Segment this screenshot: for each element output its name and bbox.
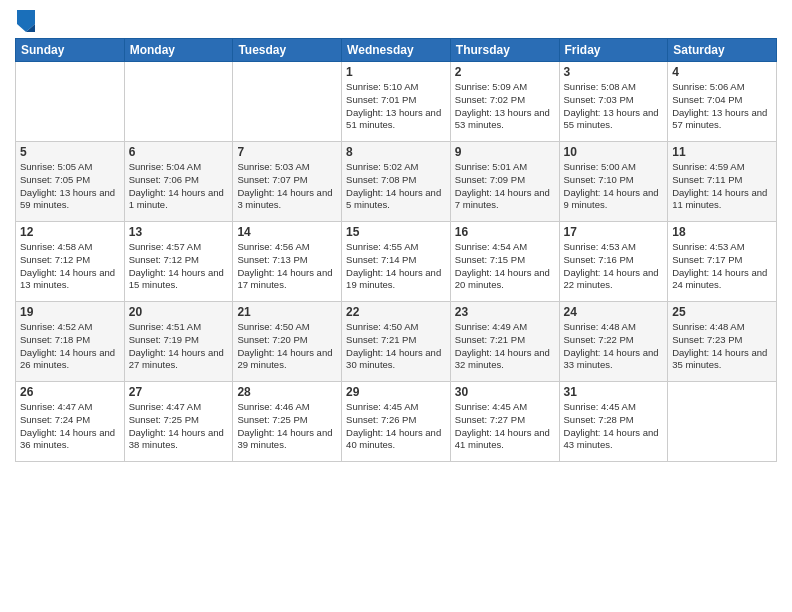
calendar-cell: 13Sunrise: 4:57 AM Sunset: 7:12 PM Dayli… (124, 222, 233, 302)
day-number: 27 (129, 385, 229, 399)
day-number: 23 (455, 305, 555, 319)
calendar-cell: 23Sunrise: 4:49 AM Sunset: 7:21 PM Dayli… (450, 302, 559, 382)
day-info: Sunrise: 4:51 AM Sunset: 7:19 PM Dayligh… (129, 321, 229, 372)
day-info: Sunrise: 5:10 AM Sunset: 7:01 PM Dayligh… (346, 81, 446, 132)
day-number: 9 (455, 145, 555, 159)
calendar-cell: 14Sunrise: 4:56 AM Sunset: 7:13 PM Dayli… (233, 222, 342, 302)
day-number: 31 (564, 385, 664, 399)
calendar-cell: 16Sunrise: 4:54 AM Sunset: 7:15 PM Dayli… (450, 222, 559, 302)
day-number: 2 (455, 65, 555, 79)
calendar-cell: 12Sunrise: 4:58 AM Sunset: 7:12 PM Dayli… (16, 222, 125, 302)
calendar-cell: 7Sunrise: 5:03 AM Sunset: 7:07 PM Daylig… (233, 142, 342, 222)
day-number: 14 (237, 225, 337, 239)
day-number: 12 (20, 225, 120, 239)
day-number: 24 (564, 305, 664, 319)
calendar-week-row: 19Sunrise: 4:52 AM Sunset: 7:18 PM Dayli… (16, 302, 777, 382)
day-number: 4 (672, 65, 772, 79)
weekday-header: Tuesday (233, 39, 342, 62)
day-number: 20 (129, 305, 229, 319)
calendar-cell: 19Sunrise: 4:52 AM Sunset: 7:18 PM Dayli… (16, 302, 125, 382)
day-number: 13 (129, 225, 229, 239)
day-number: 1 (346, 65, 446, 79)
calendar-cell: 30Sunrise: 4:45 AM Sunset: 7:27 PM Dayli… (450, 382, 559, 462)
day-info: Sunrise: 5:01 AM Sunset: 7:09 PM Dayligh… (455, 161, 555, 212)
calendar-cell: 28Sunrise: 4:46 AM Sunset: 7:25 PM Dayli… (233, 382, 342, 462)
calendar-cell: 27Sunrise: 4:47 AM Sunset: 7:25 PM Dayli… (124, 382, 233, 462)
weekday-header: Sunday (16, 39, 125, 62)
page: SundayMondayTuesdayWednesdayThursdayFrid… (0, 0, 792, 612)
day-info: Sunrise: 5:04 AM Sunset: 7:06 PM Dayligh… (129, 161, 229, 212)
day-info: Sunrise: 4:45 AM Sunset: 7:27 PM Dayligh… (455, 401, 555, 452)
day-info: Sunrise: 4:55 AM Sunset: 7:14 PM Dayligh… (346, 241, 446, 292)
calendar-cell: 2Sunrise: 5:09 AM Sunset: 7:02 PM Daylig… (450, 62, 559, 142)
calendar-cell: 20Sunrise: 4:51 AM Sunset: 7:19 PM Dayli… (124, 302, 233, 382)
day-info: Sunrise: 5:02 AM Sunset: 7:08 PM Dayligh… (346, 161, 446, 212)
calendar-cell (124, 62, 233, 142)
day-info: Sunrise: 5:06 AM Sunset: 7:04 PM Dayligh… (672, 81, 772, 132)
day-number: 3 (564, 65, 664, 79)
calendar-table: SundayMondayTuesdayWednesdayThursdayFrid… (15, 38, 777, 462)
day-number: 21 (237, 305, 337, 319)
day-number: 7 (237, 145, 337, 159)
day-info: Sunrise: 4:52 AM Sunset: 7:18 PM Dayligh… (20, 321, 120, 372)
day-number: 8 (346, 145, 446, 159)
calendar-cell: 29Sunrise: 4:45 AM Sunset: 7:26 PM Dayli… (342, 382, 451, 462)
weekday-header: Thursday (450, 39, 559, 62)
calendar-cell: 3Sunrise: 5:08 AM Sunset: 7:03 PM Daylig… (559, 62, 668, 142)
day-info: Sunrise: 4:50 AM Sunset: 7:21 PM Dayligh… (346, 321, 446, 372)
day-info: Sunrise: 4:58 AM Sunset: 7:12 PM Dayligh… (20, 241, 120, 292)
day-number: 6 (129, 145, 229, 159)
day-info: Sunrise: 5:00 AM Sunset: 7:10 PM Dayligh… (564, 161, 664, 212)
calendar-cell: 25Sunrise: 4:48 AM Sunset: 7:23 PM Dayli… (668, 302, 777, 382)
day-info: Sunrise: 5:08 AM Sunset: 7:03 PM Dayligh… (564, 81, 664, 132)
calendar-week-row: 5Sunrise: 5:05 AM Sunset: 7:05 PM Daylig… (16, 142, 777, 222)
logo (15, 10, 35, 32)
header (15, 10, 777, 32)
day-number: 19 (20, 305, 120, 319)
calendar-cell: 21Sunrise: 4:50 AM Sunset: 7:20 PM Dayli… (233, 302, 342, 382)
day-info: Sunrise: 4:47 AM Sunset: 7:25 PM Dayligh… (129, 401, 229, 452)
day-info: Sunrise: 4:48 AM Sunset: 7:22 PM Dayligh… (564, 321, 664, 372)
calendar-cell: 8Sunrise: 5:02 AM Sunset: 7:08 PM Daylig… (342, 142, 451, 222)
day-info: Sunrise: 4:48 AM Sunset: 7:23 PM Dayligh… (672, 321, 772, 372)
day-number: 16 (455, 225, 555, 239)
calendar-cell: 15Sunrise: 4:55 AM Sunset: 7:14 PM Dayli… (342, 222, 451, 302)
weekday-header: Friday (559, 39, 668, 62)
calendar-cell: 17Sunrise: 4:53 AM Sunset: 7:16 PM Dayli… (559, 222, 668, 302)
calendar-cell: 4Sunrise: 5:06 AM Sunset: 7:04 PM Daylig… (668, 62, 777, 142)
day-info: Sunrise: 5:03 AM Sunset: 7:07 PM Dayligh… (237, 161, 337, 212)
day-info: Sunrise: 4:45 AM Sunset: 7:28 PM Dayligh… (564, 401, 664, 452)
day-info: Sunrise: 4:56 AM Sunset: 7:13 PM Dayligh… (237, 241, 337, 292)
calendar-header-row: SundayMondayTuesdayWednesdayThursdayFrid… (16, 39, 777, 62)
calendar-cell: 26Sunrise: 4:47 AM Sunset: 7:24 PM Dayli… (16, 382, 125, 462)
logo-icon (17, 10, 35, 32)
day-info: Sunrise: 4:53 AM Sunset: 7:17 PM Dayligh… (672, 241, 772, 292)
calendar-cell (233, 62, 342, 142)
weekday-header: Saturday (668, 39, 777, 62)
calendar-week-row: 26Sunrise: 4:47 AM Sunset: 7:24 PM Dayli… (16, 382, 777, 462)
day-info: Sunrise: 4:49 AM Sunset: 7:21 PM Dayligh… (455, 321, 555, 372)
day-info: Sunrise: 4:46 AM Sunset: 7:25 PM Dayligh… (237, 401, 337, 452)
calendar-cell: 9Sunrise: 5:01 AM Sunset: 7:09 PM Daylig… (450, 142, 559, 222)
day-info: Sunrise: 4:54 AM Sunset: 7:15 PM Dayligh… (455, 241, 555, 292)
day-info: Sunrise: 4:57 AM Sunset: 7:12 PM Dayligh… (129, 241, 229, 292)
day-number: 11 (672, 145, 772, 159)
calendar-cell: 22Sunrise: 4:50 AM Sunset: 7:21 PM Dayli… (342, 302, 451, 382)
day-number: 10 (564, 145, 664, 159)
day-info: Sunrise: 5:09 AM Sunset: 7:02 PM Dayligh… (455, 81, 555, 132)
day-number: 18 (672, 225, 772, 239)
weekday-header: Wednesday (342, 39, 451, 62)
calendar-cell (16, 62, 125, 142)
day-number: 28 (237, 385, 337, 399)
calendar-week-row: 1Sunrise: 5:10 AM Sunset: 7:01 PM Daylig… (16, 62, 777, 142)
day-number: 15 (346, 225, 446, 239)
day-info: Sunrise: 4:50 AM Sunset: 7:20 PM Dayligh… (237, 321, 337, 372)
day-info: Sunrise: 4:59 AM Sunset: 7:11 PM Dayligh… (672, 161, 772, 212)
day-number: 17 (564, 225, 664, 239)
calendar-week-row: 12Sunrise: 4:58 AM Sunset: 7:12 PM Dayli… (16, 222, 777, 302)
calendar-cell: 24Sunrise: 4:48 AM Sunset: 7:22 PM Dayli… (559, 302, 668, 382)
day-number: 22 (346, 305, 446, 319)
calendar-cell: 6Sunrise: 5:04 AM Sunset: 7:06 PM Daylig… (124, 142, 233, 222)
calendar-cell: 10Sunrise: 5:00 AM Sunset: 7:10 PM Dayli… (559, 142, 668, 222)
day-info: Sunrise: 4:53 AM Sunset: 7:16 PM Dayligh… (564, 241, 664, 292)
